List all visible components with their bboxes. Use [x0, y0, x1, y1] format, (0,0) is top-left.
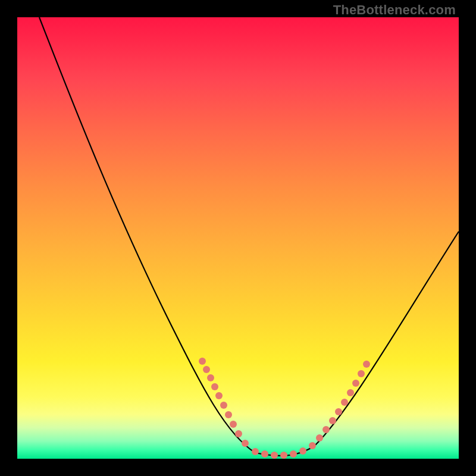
bottleneck-curve [17, 17, 459, 459]
svg-point-16 [309, 442, 316, 449]
curve-path [39, 17, 459, 456]
marker-dots-left [199, 358, 249, 447]
svg-point-0 [199, 358, 206, 365]
svg-point-17 [316, 434, 323, 441]
svg-point-12 [271, 452, 278, 459]
svg-point-10 [252, 448, 259, 455]
attribution-label: TheBottleneck.com [333, 2, 456, 18]
svg-point-20 [335, 408, 342, 415]
plot-area [17, 17, 459, 459]
svg-point-1 [203, 366, 210, 373]
svg-point-4 [215, 392, 223, 399]
svg-point-19 [329, 417, 336, 424]
svg-point-7 [230, 421, 237, 428]
svg-point-8 [235, 430, 242, 437]
svg-point-21 [341, 399, 348, 406]
svg-point-2 [207, 374, 214, 381]
svg-point-3 [211, 383, 218, 390]
svg-point-11 [261, 450, 268, 458]
marker-dots-right [309, 361, 370, 449]
svg-point-5 [220, 402, 227, 409]
svg-point-9 [242, 440, 249, 447]
svg-point-23 [352, 380, 359, 387]
svg-point-13 [280, 452, 287, 459]
svg-point-25 [363, 361, 370, 368]
svg-point-6 [225, 411, 232, 418]
svg-point-14 [290, 450, 297, 458]
svg-point-24 [358, 370, 365, 377]
svg-point-18 [322, 426, 330, 433]
svg-point-15 [299, 447, 306, 455]
svg-point-22 [347, 389, 354, 396]
